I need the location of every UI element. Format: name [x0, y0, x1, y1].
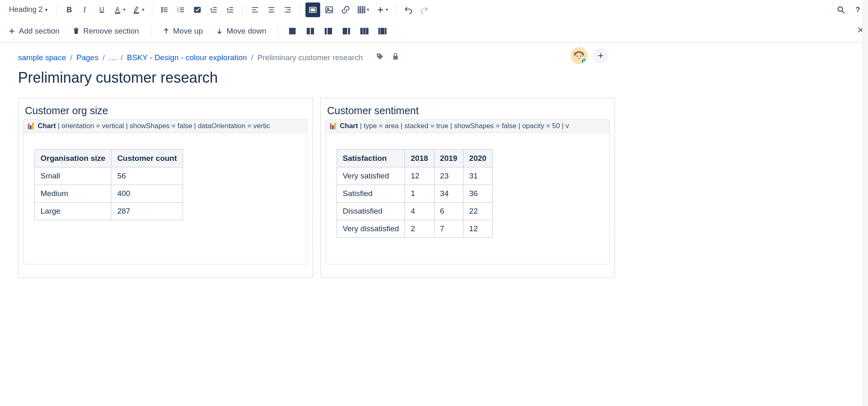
link-button[interactable]: [338, 2, 353, 17]
text-style-dropdown[interactable]: Heading 2 ▾: [3, 2, 52, 17]
undo-button[interactable]: [401, 2, 416, 17]
table-cell[interactable]: 4: [405, 203, 434, 220]
svg-point-10: [161, 11, 162, 12]
table-cell[interactable]: 2: [405, 220, 434, 238]
table-row[interactable]: Dissatisfied4622: [337, 203, 493, 220]
page-title[interactable]: Preliminary customer research: [18, 69, 615, 86]
scrollbar-track[interactable]: [862, 0, 868, 288]
section-heading[interactable]: Customer sentiment: [327, 105, 608, 117]
table-button[interactable]: ▾: [355, 2, 372, 17]
labels-icon[interactable]: [376, 52, 384, 63]
table-header[interactable]: Organisation size: [35, 150, 111, 167]
add-collaborator-button[interactable]: [593, 48, 608, 63]
table-header[interactable]: 2018: [405, 150, 434, 167]
table-cell[interactable]: 31: [463, 167, 492, 185]
insert-more-button[interactable]: ▾: [373, 2, 391, 17]
align-center-button[interactable]: [264, 2, 279, 17]
table-cell[interactable]: Satisfied: [337, 185, 405, 203]
outdent-button[interactable]: [206, 2, 221, 17]
svg-rect-35: [311, 8, 315, 11]
table-header[interactable]: 2019: [434, 150, 463, 167]
italic-button[interactable]: I: [78, 2, 93, 17]
table-cell[interactable]: Large: [35, 203, 111, 220]
separator: [396, 5, 396, 15]
text-style-label: Heading 2: [9, 5, 43, 14]
text-color-button[interactable]: A▾: [111, 2, 128, 17]
svg-rect-59: [343, 28, 347, 34]
chart-macro[interactable]: Chart | orientation = vertical | showSha…: [23, 119, 307, 264]
layout-2col-left-button[interactable]: [321, 24, 336, 38]
breadcrumb-parent[interactable]: BSKY - Design - colour exploration: [127, 53, 247, 62]
bullet-list-button[interactable]: [157, 2, 172, 17]
chart-macro[interactable]: Chart | type = area | stacked = true | s…: [326, 119, 610, 264]
chevron-down-icon: ▾: [367, 7, 369, 12]
svg-rect-58: [328, 28, 332, 34]
layout-1col-button[interactable]: [285, 24, 300, 38]
image-button[interactable]: [322, 2, 337, 17]
table-cell[interactable]: 7: [434, 220, 463, 238]
table-cell[interactable]: 6: [434, 203, 463, 220]
add-section-button[interactable]: Add section: [3, 23, 64, 39]
restrictions-icon[interactable]: [391, 52, 400, 63]
table-cell[interactable]: 1: [405, 185, 434, 203]
find-button[interactable]: [834, 2, 848, 17]
table-cell[interactable]: 56: [111, 167, 183, 185]
table-cell[interactable]: 36: [463, 185, 492, 203]
table-cell[interactable]: Very dissatisfied: [337, 220, 405, 238]
indent-button[interactable]: [223, 2, 237, 17]
layout-2col-right-button[interactable]: [339, 24, 354, 38]
macro-body[interactable]: Satisfaction201820192020 Very satisfied1…: [326, 133, 609, 264]
macro-body[interactable]: Organisation sizeCustomer count Small56M…: [24, 133, 307, 264]
move-up-button[interactable]: Move up: [158, 23, 208, 39]
section-heading[interactable]: Customer org size: [25, 105, 306, 117]
table-row[interactable]: Satisfied13436: [337, 185, 493, 203]
remove-section-button[interactable]: Remove section: [68, 23, 144, 39]
table-cell[interactable]: Dissatisfied: [337, 203, 405, 220]
underline-button[interactable]: U: [95, 2, 109, 17]
table-cell[interactable]: 22: [463, 203, 492, 220]
breadcrumb-ellipsis[interactable]: …: [109, 53, 117, 62]
number-list-button[interactable]: 123: [174, 2, 188, 17]
table-header[interactable]: Customer count: [111, 150, 183, 167]
breadcrumb-pages[interactable]: Pages: [77, 53, 99, 62]
data-table[interactable]: Satisfaction201820192020 Very satisfied1…: [337, 149, 493, 238]
align-left-button[interactable]: [248, 2, 262, 17]
breadcrumb-space[interactable]: sample space: [18, 53, 66, 62]
table-row[interactable]: Very satisfied122331: [337, 167, 493, 185]
layout-column-1[interactable]: Customer org size Chart | orientation = …: [18, 98, 313, 278]
data-table[interactable]: Organisation sizeCustomer count Small56M…: [34, 149, 183, 220]
collaborators: R: [571, 47, 608, 64]
table-cell[interactable]: Very satisfied: [337, 167, 405, 185]
svg-rect-50: [74, 29, 79, 29]
table-cell[interactable]: 12: [463, 220, 492, 238]
layout-2col-button[interactable]: [303, 24, 318, 38]
table-row[interactable]: Small56: [35, 167, 183, 185]
highlight-button[interactable]: ▾: [130, 2, 147, 17]
svg-text:U: U: [99, 5, 104, 13]
table-header[interactable]: 2020: [463, 150, 492, 167]
svg-point-45: [838, 7, 843, 11]
table-cell[interactable]: 12: [405, 167, 434, 185]
table-cell[interactable]: Medium: [35, 185, 111, 203]
table-row[interactable]: Very dissatisfied2712: [337, 220, 493, 238]
align-right-button[interactable]: [280, 2, 295, 17]
task-list-button[interactable]: [190, 2, 205, 17]
table-row[interactable]: Large287: [35, 203, 183, 220]
table-cell[interactable]: 34: [434, 185, 463, 203]
table-cell[interactable]: 287: [111, 203, 183, 220]
table-header[interactable]: Satisfaction: [337, 150, 405, 167]
macro-header: Chart | orientation = vertical | showSha…: [24, 120, 307, 133]
layout-3col-side-button[interactable]: [375, 24, 390, 38]
table-row[interactable]: Medium400: [35, 185, 183, 203]
redo-button[interactable]: [417, 2, 432, 17]
table-cell[interactable]: 23: [434, 167, 463, 185]
avatar[interactable]: R: [571, 47, 587, 64]
move-down-button[interactable]: Move down: [211, 23, 271, 39]
bold-button[interactable]: B: [62, 2, 77, 17]
page-layout-button[interactable]: [305, 2, 320, 17]
layout-3col-button[interactable]: [357, 24, 372, 38]
table-cell[interactable]: 400: [111, 185, 183, 203]
table-cell[interactable]: Small: [35, 167, 111, 185]
svg-point-71: [577, 56, 578, 57]
layout-column-2[interactable]: Customer sentiment Chart | type = area |…: [320, 98, 615, 278]
